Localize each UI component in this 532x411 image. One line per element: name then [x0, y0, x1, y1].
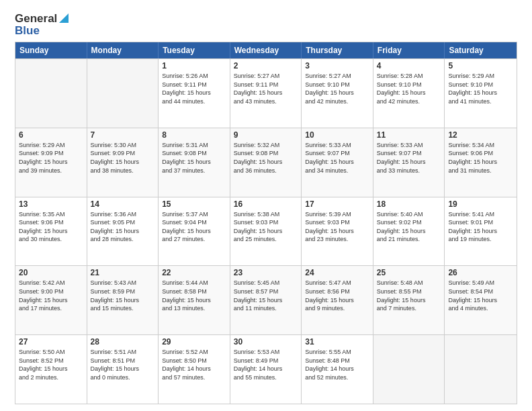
day-detail: Sunrise: 5:50 AM Sunset: 8:52 PM Dayligh…: [19, 348, 83, 381]
calendar-cell: 15Sunrise: 5:37 AM Sunset: 9:04 PM Dayli…: [159, 197, 230, 266]
weekday-header: Sunday: [15, 42, 87, 58]
calendar-cell: 30Sunrise: 5:53 AM Sunset: 8:49 PM Dayli…: [230, 335, 302, 404]
calendar-cell: [373, 335, 445, 404]
day-number: 5: [448, 61, 513, 71]
calendar-cell: 3Sunrise: 5:27 AM Sunset: 9:10 PM Daylig…: [302, 59, 373, 128]
calendar-cell: 11Sunrise: 5:33 AM Sunset: 9:07 PM Dayli…: [373, 128, 445, 197]
calendar-cell: 1Sunrise: 5:26 AM Sunset: 9:11 PM Daylig…: [159, 59, 230, 128]
day-number: 1: [162, 61, 226, 71]
calendar-cell: 9Sunrise: 5:32 AM Sunset: 9:08 PM Daylig…: [230, 128, 302, 197]
day-number: 21: [91, 268, 155, 277]
day-detail: Sunrise: 5:37 AM Sunset: 9:04 PM Dayligh…: [162, 210, 226, 244]
day-detail: Sunrise: 5:52 AM Sunset: 8:50 PM Dayligh…: [162, 348, 226, 381]
calendar-cell: [87, 59, 159, 128]
calendar-cell: 2Sunrise: 5:27 AM Sunset: 9:11 PM Daylig…: [230, 59, 302, 128]
day-number: 3: [305, 61, 369, 71]
calendar-cell: 29Sunrise: 5:52 AM Sunset: 8:50 PM Dayli…: [159, 335, 230, 404]
day-detail: Sunrise: 5:47 AM Sunset: 8:56 PM Dayligh…: [305, 279, 369, 312]
day-detail: Sunrise: 5:42 AM Sunset: 9:00 PM Dayligh…: [19, 279, 83, 312]
logo-general-text: General: [15, 12, 57, 26]
day-detail: Sunrise: 5:53 AM Sunset: 8:49 PM Dayligh…: [234, 348, 298, 381]
day-detail: Sunrise: 5:35 AM Sunset: 9:06 PM Dayligh…: [19, 210, 83, 244]
calendar-cell: 5Sunrise: 5:29 AM Sunset: 9:10 PM Daylig…: [445, 59, 517, 128]
day-number: 2: [234, 61, 298, 71]
calendar-cell: 8Sunrise: 5:31 AM Sunset: 9:08 PM Daylig…: [159, 128, 230, 197]
calendar-cell: 12Sunrise: 5:34 AM Sunset: 9:06 PM Dayli…: [445, 128, 517, 197]
day-detail: Sunrise: 5:30 AM Sunset: 9:09 PM Dayligh…: [91, 141, 155, 175]
calendar-cell: 7Sunrise: 5:30 AM Sunset: 9:09 PM Daylig…: [87, 128, 159, 197]
day-number: 4: [377, 61, 441, 71]
day-detail: Sunrise: 5:33 AM Sunset: 9:07 PM Dayligh…: [377, 141, 441, 175]
day-number: 11: [377, 130, 441, 140]
calendar-cell: 20Sunrise: 5:42 AM Sunset: 9:00 PM Dayli…: [15, 266, 87, 334]
day-detail: Sunrise: 5:29 AM Sunset: 9:09 PM Dayligh…: [19, 141, 83, 175]
calendar-cell: 25Sunrise: 5:48 AM Sunset: 8:55 PM Dayli…: [373, 266, 445, 334]
day-number: 31: [305, 337, 369, 347]
day-detail: Sunrise: 5:44 AM Sunset: 8:58 PM Dayligh…: [162, 279, 226, 312]
calendar-cell: 21Sunrise: 5:43 AM Sunset: 8:59 PM Dayli…: [87, 266, 159, 334]
day-number: 7: [91, 130, 155, 140]
calendar-cell: 23Sunrise: 5:45 AM Sunset: 8:57 PM Dayli…: [230, 266, 302, 334]
svg-marker-0: [59, 13, 69, 23]
weekday-header: Saturday: [445, 42, 517, 58]
calendar-cell: 14Sunrise: 5:36 AM Sunset: 9:05 PM Dayli…: [87, 197, 159, 266]
day-number: 29: [162, 337, 226, 347]
day-detail: Sunrise: 5:27 AM Sunset: 9:11 PM Dayligh…: [234, 72, 298, 105]
calendar: SundayMondayTuesdayWednesdayThursdayFrid…: [15, 42, 517, 404]
weekday-header: Tuesday: [159, 42, 230, 58]
day-detail: Sunrise: 5:28 AM Sunset: 9:10 PM Dayligh…: [377, 72, 441, 105]
day-number: 18: [377, 199, 441, 209]
header: General Blue: [15, 12, 517, 38]
day-detail: Sunrise: 5:45 AM Sunset: 8:57 PM Dayligh…: [234, 279, 298, 312]
calendar-row: 27Sunrise: 5:50 AM Sunset: 8:52 PM Dayli…: [15, 334, 517, 404]
day-detail: Sunrise: 5:43 AM Sunset: 8:59 PM Dayligh…: [91, 279, 155, 312]
calendar-cell: 31Sunrise: 5:55 AM Sunset: 8:48 PM Dayli…: [302, 335, 373, 404]
day-number: 8: [162, 130, 226, 140]
day-detail: Sunrise: 5:33 AM Sunset: 9:07 PM Dayligh…: [305, 141, 369, 175]
day-number: 25: [377, 268, 441, 277]
day-detail: Sunrise: 5:34 AM Sunset: 9:06 PM Dayligh…: [448, 141, 513, 175]
day-number: 19: [448, 199, 513, 209]
calendar-cell: 22Sunrise: 5:44 AM Sunset: 8:58 PM Dayli…: [159, 266, 230, 334]
calendar-cell: 24Sunrise: 5:47 AM Sunset: 8:56 PM Dayli…: [302, 266, 373, 334]
day-detail: Sunrise: 5:39 AM Sunset: 9:03 PM Dayligh…: [305, 210, 369, 244]
day-detail: Sunrise: 5:49 AM Sunset: 8:54 PM Dayligh…: [448, 279, 513, 312]
calendar-cell: 13Sunrise: 5:35 AM Sunset: 9:06 PM Dayli…: [15, 197, 87, 266]
weekday-header: Wednesday: [230, 42, 302, 58]
calendar-cell: 17Sunrise: 5:39 AM Sunset: 9:03 PM Dayli…: [302, 197, 373, 266]
day-number: 6: [19, 130, 83, 140]
day-number: 20: [19, 268, 83, 277]
day-number: 17: [305, 199, 369, 209]
calendar-row: 13Sunrise: 5:35 AM Sunset: 9:06 PM Dayli…: [15, 197, 517, 266]
calendar-cell: 28Sunrise: 5:51 AM Sunset: 8:51 PM Dayli…: [87, 335, 159, 404]
day-detail: Sunrise: 5:48 AM Sunset: 8:55 PM Dayligh…: [377, 279, 441, 312]
page: General Blue SundayMondayTuesdayWednesda…: [0, 0, 532, 411]
day-detail: Sunrise: 5:31 AM Sunset: 9:08 PM Dayligh…: [162, 141, 226, 175]
day-number: 23: [234, 268, 298, 277]
day-number: 30: [234, 337, 298, 347]
day-detail: Sunrise: 5:41 AM Sunset: 9:01 PM Dayligh…: [448, 210, 513, 244]
day-detail: Sunrise: 5:40 AM Sunset: 9:02 PM Dayligh…: [377, 210, 441, 244]
calendar-row: 6Sunrise: 5:29 AM Sunset: 9:09 PM Daylig…: [15, 128, 517, 197]
day-detail: Sunrise: 5:36 AM Sunset: 9:05 PM Dayligh…: [91, 210, 155, 244]
day-detail: Sunrise: 5:27 AM Sunset: 9:10 PM Dayligh…: [305, 72, 369, 105]
logo-triangle-icon: [59, 13, 69, 26]
day-number: 22: [162, 268, 226, 277]
day-number: 15: [162, 199, 226, 209]
weekday-header: Thursday: [302, 42, 373, 58]
calendar-cell: 19Sunrise: 5:41 AM Sunset: 9:01 PM Dayli…: [445, 197, 517, 266]
day-detail: Sunrise: 5:32 AM Sunset: 9:08 PM Dayligh…: [234, 141, 298, 175]
calendar-body: 1Sunrise: 5:26 AM Sunset: 9:11 PM Daylig…: [15, 58, 517, 404]
calendar-cell: 27Sunrise: 5:50 AM Sunset: 8:52 PM Dayli…: [15, 335, 87, 404]
day-number: 27: [19, 337, 83, 347]
day-detail: Sunrise: 5:51 AM Sunset: 8:51 PM Dayligh…: [91, 348, 155, 381]
day-detail: Sunrise: 5:29 AM Sunset: 9:10 PM Dayligh…: [448, 72, 513, 105]
calendar-cell: 18Sunrise: 5:40 AM Sunset: 9:02 PM Dayli…: [373, 197, 445, 266]
calendar-row: 1Sunrise: 5:26 AM Sunset: 9:11 PM Daylig…: [15, 58, 517, 128]
day-number: 10: [305, 130, 369, 140]
logo: General Blue: [15, 12, 69, 38]
calendar-cell: 6Sunrise: 5:29 AM Sunset: 9:09 PM Daylig…: [15, 128, 87, 197]
logo-blue-text: Blue: [15, 24, 40, 38]
day-detail: Sunrise: 5:55 AM Sunset: 8:48 PM Dayligh…: [305, 348, 369, 381]
calendar-row: 20Sunrise: 5:42 AM Sunset: 9:00 PM Dayli…: [15, 265, 517, 334]
